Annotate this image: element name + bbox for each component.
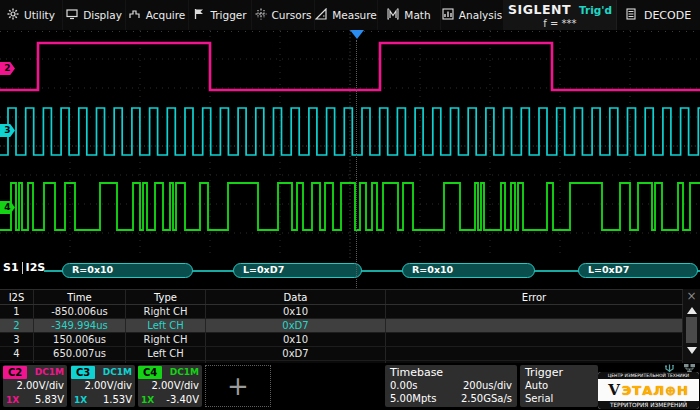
- channel3-offset: 1.53V: [103, 393, 132, 407]
- cell-data: 0x10: [206, 333, 386, 346]
- cell-time: -349.994us: [34, 319, 126, 332]
- menu-cursors-label: Cursors: [272, 9, 312, 21]
- channel2-offset: 5.83V: [35, 393, 64, 407]
- menu-bar: Utility Display Acquire Trigger Cursors …: [0, 0, 700, 30]
- decode-bubble: L=0xD7: [578, 263, 698, 278]
- scroll-up-button[interactable]: [687, 307, 697, 314]
- menu-acquire-label: Acquire: [146, 9, 186, 21]
- cell-error: [386, 333, 683, 346]
- table-scrollbar: ×: [683, 289, 700, 363]
- etalon-v-logo: V: [608, 383, 620, 398]
- scrollbar-thumb[interactable]: [686, 317, 697, 343]
- col-header-time: Time: [34, 290, 126, 304]
- menu-display-label: Display: [83, 9, 122, 21]
- add-channel-button[interactable]: +: [205, 365, 271, 407]
- channel3-scale: 2.00V/div: [71, 379, 135, 393]
- trigger-position-line: [356, 40, 357, 288]
- channel4-box[interactable]: C4 DC1M 2.00V/div 1X -3.40V: [138, 365, 202, 407]
- cell-data: 0x10: [206, 305, 386, 318]
- menu-decode[interactable]: DECODE: [617, 0, 700, 30]
- status-bar: C2 DC1M 2.00V/div 1X 5.83V C3 DC1M 2.00V…: [0, 363, 700, 410]
- timebase-scale: 200us/div: [463, 379, 512, 392]
- trigger-title: Trigger: [520, 365, 598, 379]
- cell-type: Left CH: [126, 347, 206, 360]
- cursors-icon: [255, 8, 267, 22]
- timebase-title: Timebase: [385, 365, 517, 379]
- trigger-box[interactable]: Trigger Auto Serial: [520, 365, 598, 407]
- measure-icon: [315, 8, 327, 22]
- timebase-samplerate: 2.50GSa/s: [461, 392, 512, 405]
- cell-time: 150.006us: [34, 333, 126, 346]
- cell-error: [386, 347, 683, 360]
- channel2-scale: 2.00V/div: [3, 379, 67, 393]
- cell-time: 650.007us: [34, 347, 126, 360]
- gear-icon: [7, 8, 19, 22]
- bus-label: S1 I2S: [3, 261, 45, 274]
- cell-data: 0xD7: [206, 347, 386, 360]
- menu-analysis-label: Analysis: [459, 9, 502, 21]
- channel4-scale: 2.00V/div: [138, 379, 202, 393]
- decode-bubble: R=0x10: [62, 263, 193, 278]
- trigger-mode: Auto: [525, 379, 548, 392]
- frequency-readout: f = ***: [508, 18, 612, 29]
- cell-error: [386, 319, 683, 332]
- menu-cursors[interactable]: Cursors: [252, 0, 315, 30]
- menu-trigger-label: Trigger: [210, 9, 246, 21]
- table-close-button[interactable]: ×: [686, 289, 696, 303]
- cell-time: -850.006us: [34, 305, 126, 318]
- decode-result-table: I2S Time Type Data Error 1 -850.006us Ri…: [0, 289, 683, 364]
- trigger-delay-marker[interactable]: [350, 30, 364, 39]
- channel3-box[interactable]: C3 DC1M 2.00V/div 1X 1.53V: [71, 365, 135, 407]
- channel4-tab: C4: [138, 366, 162, 379]
- table-row[interactable]: 1 -850.006us Right CH 0x10: [0, 305, 683, 319]
- timebase-box[interactable]: Timebase 0.00s 200us/div 5.00Mpts 2.50GS…: [385, 365, 517, 407]
- col-header-type: Type: [126, 290, 206, 304]
- cell-index: 2: [0, 319, 34, 332]
- menu-math-label: Math: [404, 9, 430, 21]
- bus-protocol: I2S: [26, 261, 46, 274]
- menu-acquire[interactable]: Acquire: [126, 0, 189, 30]
- menu-utility[interactable]: Utility: [0, 0, 63, 30]
- menu-measure-label: Measure: [332, 9, 377, 21]
- channel4-probe: 1X: [141, 393, 154, 407]
- channel4-coupling: DC1M: [170, 367, 202, 377]
- channel4-offset: -3.40V: [166, 393, 199, 407]
- menu-trigger[interactable]: Trigger: [189, 0, 252, 30]
- menu-decode-label: DECODE: [644, 9, 691, 22]
- col-header-i2s: I2S: [0, 290, 34, 304]
- timebase-delay: 0.00s: [390, 379, 417, 392]
- cell-data: 0xD7: [206, 319, 386, 332]
- cell-type: Right CH: [126, 305, 206, 318]
- cell-type: Right CH: [126, 333, 206, 346]
- menu-measure[interactable]: Measure: [315, 0, 378, 30]
- scroll-down-button[interactable]: [687, 347, 697, 354]
- table-header-row: I2S Time Type Data Error: [0, 290, 683, 305]
- channel2-probe: 1X: [6, 393, 19, 407]
- waveform-plot: [0, 30, 700, 262]
- cell-index: 3: [0, 333, 34, 346]
- bus-name: S1: [3, 261, 19, 274]
- channel2-coupling: DC1M: [35, 367, 67, 377]
- table-row-selected[interactable]: 2 -349.994us Left CH 0xD7: [0, 319, 683, 333]
- acquire-icon: [129, 8, 141, 22]
- menu-display[interactable]: Display: [63, 0, 126, 30]
- trigger-status-badge: Trig'd: [579, 4, 612, 16]
- channel2-box[interactable]: C2 DC1M 2.00V/div 1X 5.83V: [3, 365, 67, 407]
- plus-icon: +: [227, 371, 249, 401]
- decode-list-icon: [626, 8, 636, 23]
- decode-bubble: R=0x10: [402, 263, 535, 278]
- channel3-coupling: DC1M: [103, 367, 135, 377]
- channel3-tab: C3: [71, 366, 95, 379]
- etalon-brand: ЭТАЛ⊕Н: [622, 383, 689, 398]
- table-row[interactable]: 4 650.007us Left CH 0xD7: [0, 347, 683, 361]
- table-row[interactable]: 3 150.006us Right CH 0x10: [0, 333, 683, 347]
- menu-math[interactable]: Math: [378, 0, 441, 30]
- analysis-icon: [442, 8, 454, 22]
- trigger-type: Serial: [525, 392, 553, 405]
- cell-error: [386, 305, 683, 318]
- etalon-watermark: ЦЕНТР ИЗМЕРИТЕЛЬНОЙ ТЕХНИКИ V ЭТАЛ⊕Н ТЕР…: [598, 372, 699, 409]
- channel3-probe: 1X: [74, 393, 87, 407]
- cell-index: 1: [0, 305, 34, 318]
- menu-analysis[interactable]: Analysis: [441, 0, 504, 30]
- channel2-tab: C2: [3, 366, 27, 379]
